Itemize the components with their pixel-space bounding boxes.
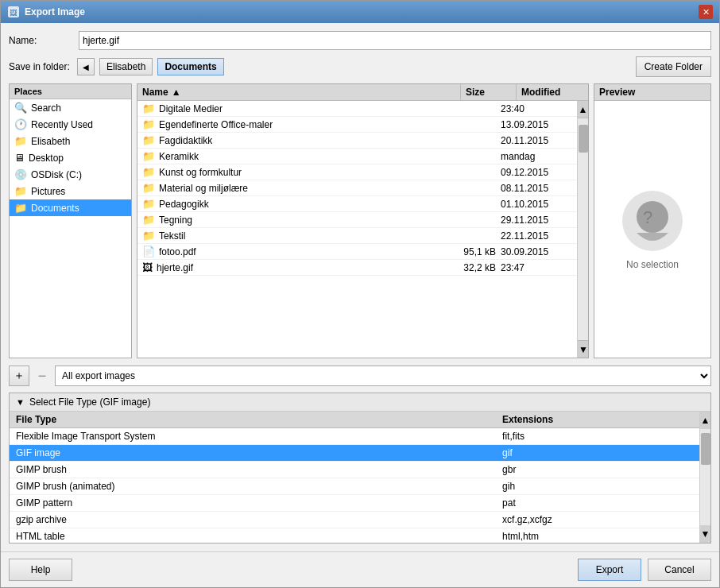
table-row[interactable]: 📁Egendefinerte Office-maler 13.09.2015 [137, 117, 577, 133]
create-folder-button[interactable]: Create Folder [636, 56, 711, 77]
folder-row: Save in folder: ◀ Elisabeth Documents Cr… [9, 56, 711, 77]
sidebar-item-desktop[interactable]: 🖥 Desktop [10, 149, 131, 166]
export-image-dialog: 🖼 Export Image ✕ Name: Save in folder: ◀… [0, 0, 720, 588]
sidebar-item-documents[interactable]: 📁 Documents [10, 199, 131, 216]
files-panel: Name ▲ Size Modified 📁Digitale Medier [137, 83, 589, 358]
places-header: Places [10, 84, 131, 99]
col-file-type[interactable]: File Type [10, 412, 496, 428]
filetype-section: ▼ Select File Type (GIF image) File Type… [9, 393, 711, 544]
places-panel: Places 🔍 Search 🕐 Recently Used 📁 Elisab… [9, 83, 132, 358]
table-row[interactable]: 📁Tekstil 22.11.2015 [137, 228, 577, 244]
cancel-button[interactable]: Cancel [648, 559, 711, 581]
collapse-icon: ▼ [16, 397, 25, 407]
filename-input[interactable] [79, 31, 711, 50]
table-row[interactable]: 🖼hjerte.gif 32,2 kB 23:47 [137, 260, 577, 276]
no-selection-text: No selection [626, 259, 679, 270]
col-name[interactable]: Name ▲ [137, 84, 461, 100]
filetype-section-label: Select File Type (GIF image) [29, 397, 151, 408]
sidebar-item-elisabeth[interactable]: 📁 Elisabeth [10, 133, 131, 149]
sidebar-item-pictures[interactable]: 📁 Pictures [10, 183, 131, 199]
search-icon: 🔍 [14, 102, 27, 114]
folder-icon-0: 📁 [14, 135, 27, 147]
table-row[interactable]: 📁Kunst og formkultur 09.12.2015 [137, 164, 577, 180]
table-row[interactable]: HTML table html,htm [10, 528, 699, 544]
folder-icon: 📁 [142, 214, 155, 226]
title-bar: 🖼 Export Image ✕ [1, 1, 719, 23]
preview-content: ? No selection [594, 101, 710, 358]
table-row[interactable]: GIMP brush gbr [10, 462, 699, 478]
table-row[interactable]: 📁Fagdidaktikk 20.11.2015 [137, 133, 577, 149]
table-row[interactable]: Flexible Image Transport System fit,fits [10, 428, 699, 445]
filetype-header[interactable]: ▼ Select File Type (GIF image) [10, 393, 710, 412]
disk-icon: 💿 [14, 168, 27, 180]
nav-back-button[interactable]: ◀ [77, 58, 95, 75]
table-row[interactable]: GIMP pattern pat [10, 495, 699, 512]
table-row[interactable]: GIF image gif [10, 445, 699, 462]
name-row: Name: [9, 31, 711, 50]
dialog-title: Export Image [25, 6, 85, 17]
sidebar-item-osdisk[interactable]: 💿 OSDisk (C:) [10, 166, 131, 183]
preview-panel: Preview ? No selection [594, 83, 711, 358]
desktop-icon: 🖥 [14, 152, 25, 164]
filter-dropdown[interactable]: All export images [55, 366, 711, 386]
breadcrumb-documents[interactable]: Documents [157, 58, 223, 75]
pdf-icon: 📄 [142, 246, 155, 257]
save-in-label: Save in folder: [9, 61, 72, 72]
app-icon: 🖼 [7, 6, 20, 18]
remove-filter-button[interactable]: － [34, 365, 50, 386]
folder-icon: 📁 [142, 103, 155, 114]
clock-icon: 🕐 [14, 118, 27, 130]
scrollbar-thumb[interactable] [579, 125, 588, 153]
export-button[interactable]: Export [578, 559, 641, 581]
filetype-table: File Type Extensions Flexible Image Tran… [10, 412, 699, 543]
folder-icon: 📁 [142, 182, 155, 194]
filter-row: ＋ － All export images [9, 365, 711, 386]
title-bar-left: 🖼 Export Image [7, 6, 85, 18]
main-area: Places 🔍 Search 🕐 Recently Used 📁 Elisab… [9, 83, 711, 358]
gif-icon: 🖼 [142, 261, 153, 273]
close-button[interactable]: ✕ [699, 5, 713, 19]
preview-header: Preview [594, 84, 710, 101]
bottom-bar: Help Export Cancel [1, 551, 719, 587]
breadcrumb-elisabeth[interactable]: Elisabeth [99, 58, 153, 75]
folder-icon-1: 📁 [14, 185, 27, 197]
preview-image: ? [621, 189, 684, 253]
folder-icon: 📁 [142, 134, 155, 146]
files-list: 📁Digitale Medier 23:40 📁Egendefinerte Of… [137, 101, 577, 358]
table-row[interactable]: 📁Digitale Medier 23:40 [137, 101, 577, 117]
svg-text:?: ? [643, 207, 652, 227]
col-size[interactable]: Size [461, 84, 517, 100]
table-row[interactable]: 📁Material og miljølære 08.11.2015 [137, 180, 577, 196]
folder-icon: 📁 [142, 230, 155, 242]
help-button[interactable]: Help [9, 559, 72, 581]
files-scrollbar[interactable]: ▲ ▼ [577, 101, 588, 358]
filetype-scrollbar[interactable]: ▲ ▼ [699, 412, 710, 543]
sidebar-item-recently-used[interactable]: 🕐 Recently Used [10, 116, 131, 133]
name-label: Name: [9, 35, 72, 46]
filetype-table-container: File Type Extensions Flexible Image Tran… [10, 412, 710, 543]
table-row[interactable]: gzip archive xcf.gz,xcfgz [10, 512, 699, 528]
table-row[interactable]: 📁Keramikk mandag [137, 149, 577, 164]
sidebar-item-search[interactable]: 🔍 Search [10, 99, 131, 116]
col-extensions[interactable]: Extensions [496, 412, 699, 428]
svg-text:🖼: 🖼 [10, 9, 17, 17]
bottom-right-buttons: Export Cancel [578, 559, 711, 581]
plus-icon: ＋ [14, 369, 25, 383]
folder-icon: 📁 [142, 118, 155, 130]
table-row[interactable]: GIMP brush (animated) gih [10, 478, 699, 495]
sort-icon: ▲ [172, 87, 181, 98]
folder-icon-2: 📁 [14, 202, 27, 214]
table-row[interactable]: 📁Pedagogikk 01.10.2015 [137, 196, 577, 212]
table-row[interactable]: 📁Tegning 29.11.2015 [137, 212, 577, 228]
folder-icon: 📁 [142, 166, 155, 178]
folder-icon: 📁 [142, 198, 155, 210]
col-modified[interactable]: Modified [517, 84, 588, 100]
table-row[interactable]: 📄fotoo.pdf 95,1 kB 30.09.2015 [137, 244, 577, 260]
files-header: Name ▲ Size Modified [137, 84, 588, 101]
folder-icon: 📁 [142, 150, 155, 162]
add-filter-button[interactable]: ＋ [9, 366, 29, 386]
